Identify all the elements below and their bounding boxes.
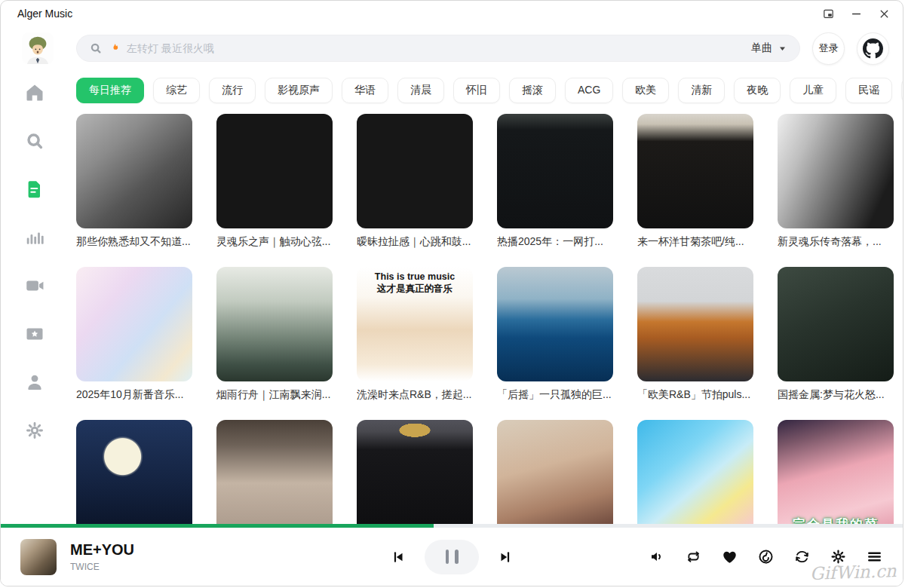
pause-button[interactable] [425,540,479,574]
playlist-cover[interactable] [497,114,613,228]
category-pill[interactable]: 每日推荐 [76,78,144,103]
sidebar-item-ranking[interactable] [24,227,45,248]
playlist-cover[interactable] [778,114,894,228]
volume-icon [649,548,666,565]
login-button[interactable]: 登录 [812,32,845,65]
playlist-card[interactable]: This is true music这才是真正的音乐洗澡时来点R&B，搓起... [357,267,473,402]
mv-icon [24,275,45,296]
playlist-card[interactable]: 那些你熟悉却又不知道... [76,114,192,249]
category-pill[interactable]: 民谣 [845,78,892,103]
category-pill[interactable]: 综艺 [153,78,200,103]
playlist-cover[interactable] [778,267,894,381]
search-input[interactable] [127,42,738,54]
playlist-title: 暧昧拉扯感｜心跳和鼓... [357,235,473,249]
netease-button[interactable] [757,548,775,565]
playlist-card[interactable] [357,420,473,524]
flame-icon [109,42,121,54]
playlist-cover[interactable] [216,420,333,524]
playlist-cover[interactable] [76,114,192,228]
playlist-card[interactable] [637,420,753,524]
menu-button[interactable] [866,548,883,565]
search-type-dropdown[interactable]: 单曲 [744,41,787,55]
sidebar [1,70,69,524]
playlist-card[interactable] [497,420,613,524]
minimize-icon[interactable] [850,8,863,20]
heart-button[interactable] [721,548,738,565]
gear-icon [830,548,847,565]
playlist-card[interactable]: 完全是我的菜 [778,420,894,524]
gear-button[interactable] [830,548,847,565]
category-pill[interactable]: 夜晚 [734,78,781,103]
playlist-card[interactable]: 国摇金属:梦与花火怒... [778,267,894,402]
playlist-cover[interactable]: This is true music这才是真正的音乐 [357,267,473,381]
user-icon [24,372,45,393]
window-title: Alger Music [17,8,72,20]
pause-icon [446,550,449,564]
login-label: 登录 [819,41,839,55]
sidebar-item-music-list[interactable] [24,179,45,200]
next-button[interactable] [497,549,514,565]
playlist-cover[interactable]: 完全是我的菜 [778,420,894,524]
previous-button[interactable] [390,549,406,565]
cover-caption-bottom: 完全是我的菜 [778,516,894,524]
sync-icon [793,548,811,565]
playlist-cover[interactable] [216,267,333,381]
category-pill[interactable]: 流行 [209,78,256,103]
playlist-card[interactable]: 暧昧拉扯感｜心跳和鼓... [357,114,473,249]
playlist-card[interactable]: 来一杯洋甘菊茶吧/纯... [637,114,753,249]
playlist-card[interactable]: 灵魂乐之声｜触动心弦... [216,114,333,249]
playlist-cover[interactable] [497,267,613,381]
user-avatar[interactable] [22,32,54,64]
header: 单曲 登录 [1,26,903,70]
sidebar-item-favorites[interactable] [24,323,45,345]
sidebar-item-settings[interactable] [24,420,45,441]
playlist-cover[interactable] [76,267,192,381]
volume-button[interactable] [649,548,666,565]
category-pills: 每日推荐综艺流行影视原声华语清晨怀旧摇滚ACG欧美清新夜晚儿童民谣日语浪漫 [76,70,903,108]
playlist-card[interactable]: 新灵魂乐传奇落幕，... [778,114,894,249]
github-button[interactable] [857,32,889,65]
search-icon [89,41,103,55]
sidebar-item-mv[interactable] [24,275,45,296]
mini-player-icon[interactable] [822,8,835,20]
category-pill[interactable]: 清新 [678,78,725,103]
playlist-cover[interactable] [357,420,473,524]
playlist-card[interactable]: 烟雨行舟｜江南飘来润... [216,267,333,402]
playlist-card[interactable]: 「欧美R&B」节拍puls... [637,267,753,402]
playlist-title: 那些你熟悉却又不知道... [76,235,192,249]
category-pill[interactable]: 日语 [901,78,903,103]
loop-button[interactable] [685,548,702,565]
category-pill[interactable]: 华语 [342,78,388,103]
playlist-card[interactable] [76,420,192,524]
playlist-card[interactable]: 热播2025年：一网打... [497,114,613,249]
category-pill[interactable]: 清晨 [397,78,444,103]
category-pill[interactable]: 影视原声 [265,78,333,103]
playlist-cover[interactable] [76,420,192,524]
sidebar-item-search[interactable] [24,130,45,152]
github-icon [863,38,883,59]
playlist-cover[interactable] [357,114,473,228]
category-pill[interactable]: 欧美 [622,78,669,103]
category-pill[interactable]: 摇滚 [509,78,556,103]
category-pill[interactable]: 儿童 [790,78,836,103]
playlist-cover[interactable] [637,420,753,524]
playlist-title: 「欧美R&B」节拍puls... [637,388,753,402]
playlist-cover[interactable] [497,420,613,524]
playlist-cover[interactable] [637,267,753,381]
sidebar-item-user[interactable] [24,372,45,393]
sync-button[interactable] [793,548,811,565]
category-pill[interactable]: ACG [565,78,613,103]
gear-icon [24,420,45,441]
sidebar-item-home[interactable] [24,82,45,103]
playlist-card[interactable]: 「后摇」一只孤独的巨... [497,267,613,402]
category-pill[interactable]: 怀旧 [453,78,500,103]
search-bar[interactable]: 单曲 [76,35,800,62]
close-icon[interactable] [878,8,891,20]
playlist-card[interactable]: 2025年10月新番音乐... [76,267,192,402]
home-icon [24,82,45,103]
playlist-title: 国摇金属:梦与花火怒... [778,388,894,402]
playlist-cover[interactable] [637,114,753,228]
playlist-card[interactable] [216,420,333,524]
now-playing-cover[interactable] [20,539,57,575]
playlist-cover[interactable] [216,114,333,228]
